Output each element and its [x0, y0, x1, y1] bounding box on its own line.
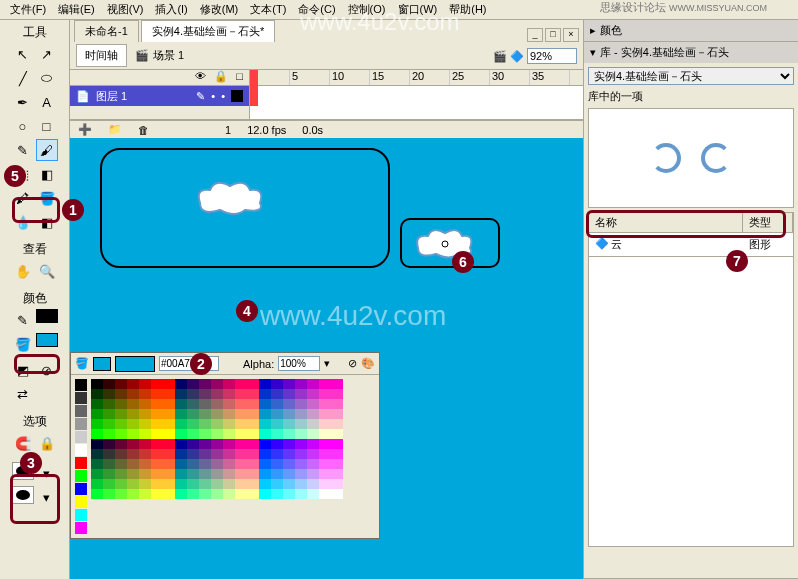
paint-bucket-tool[interactable]: 🪣: [36, 187, 58, 209]
frame-ruler: 1 5 10 15 20 25 30 35: [250, 70, 583, 86]
swap-colors-icon[interactable]: ⇄: [12, 383, 34, 405]
library-preview: [588, 108, 794, 208]
scene-label[interactable]: 场景 1: [153, 48, 184, 63]
brush-size-option[interactable]: [12, 486, 34, 504]
layer-visible-dot[interactable]: •: [211, 90, 215, 102]
oval-tool[interactable]: ○: [12, 115, 34, 137]
tab-doc1[interactable]: 未命名-1: [74, 20, 139, 42]
frames-area[interactable]: 1 5 10 15 20 25 30 35: [250, 70, 583, 119]
edit-symbols-icon[interactable]: 🔷: [510, 50, 524, 62]
alpha-label: Alpha:: [243, 358, 274, 370]
zoom-tool[interactable]: 🔍: [36, 260, 58, 282]
fill-transform-tool[interactable]: ◧: [36, 163, 58, 185]
subselection-tool[interactable]: ↗: [36, 43, 58, 65]
edit-scene-icon[interactable]: 🎬: [493, 50, 507, 62]
type-column-header[interactable]: 类型: [743, 213, 793, 232]
menu-commands[interactable]: 命令(C): [292, 0, 341, 19]
eraser-tool[interactable]: ◧: [36, 211, 58, 233]
brush-tool[interactable]: 🖌: [36, 139, 58, 161]
pen-tool[interactable]: ✒: [12, 91, 34, 113]
cloud-graphic-1: [190, 178, 270, 218]
menu-text[interactable]: 文本(T): [244, 0, 292, 19]
tab-doc2[interactable]: 实例4.基础绘画－石头*: [141, 20, 275, 42]
menu-window[interactable]: 窗口(W): [392, 0, 444, 19]
lock-icon[interactable]: 🔒: [214, 70, 228, 85]
library-panel-title[interactable]: ▾ 库 - 实例4.基础绘画－石头: [584, 42, 798, 63]
name-column-header[interactable]: 名称: [589, 213, 743, 232]
playhead[interactable]: [250, 70, 258, 106]
brush-size-dropdown[interactable]: ▾: [36, 486, 58, 508]
lock-fill-icon[interactable]: 🔒: [36, 432, 58, 454]
menu-modify[interactable]: 修改(M): [194, 0, 245, 19]
stroke-color-icon[interactable]: ✎: [12, 309, 34, 331]
pencil-tool[interactable]: ✎: [12, 139, 34, 161]
blackwhite-icon[interactable]: ◩: [12, 359, 34, 381]
close-button[interactable]: ×: [563, 28, 579, 42]
layer-icon: 📄: [76, 90, 90, 103]
layer-name: 图层 1: [96, 89, 127, 104]
callout-6: 6: [452, 251, 474, 273]
graphic-icon: 🔷: [589, 235, 605, 254]
callout-1: 1: [62, 199, 84, 221]
lasso-tool[interactable]: ⬭: [36, 67, 58, 89]
colors-panel-title[interactable]: ▸ 颜色: [584, 20, 798, 41]
library-table: 名称 类型 🔷 云 图形: [588, 212, 794, 257]
layer-lock-dot[interactable]: •: [221, 90, 225, 102]
minimize-button[interactable]: _: [527, 28, 543, 42]
item-type: 图形: [743, 235, 793, 254]
rectangle-tool[interactable]: □: [36, 115, 58, 137]
nocolor-icon[interactable]: ⊘: [36, 359, 58, 381]
restore-button[interactable]: □: [545, 28, 561, 42]
menu-file[interactable]: 文件(F): [4, 0, 52, 19]
tools-panel: 工具 ↖ ↗ ╱ ⬭ ✒ A ○ □ ✎ 🖌 ⬚ ◧ 🖍 🪣 💧 ◧ 查看 ✋ …: [0, 20, 70, 579]
text-tool[interactable]: A: [36, 91, 58, 113]
line-tool[interactable]: ╱: [12, 67, 34, 89]
outline-icon[interactable]: □: [236, 70, 243, 85]
callout-7: 7: [726, 250, 748, 272]
library-item-row[interactable]: 🔷 云 图形: [589, 233, 793, 256]
menu-view[interactable]: 视图(V): [101, 0, 150, 19]
timeline-button[interactable]: 时间轴: [76, 44, 127, 67]
color-swatches-grid[interactable]: [91, 379, 343, 534]
callout-4: 4: [236, 300, 258, 322]
library-empty-area: [588, 257, 794, 547]
menu-help[interactable]: 帮助(H): [443, 0, 492, 19]
tools-title: 工具: [23, 24, 47, 41]
fill-color-swatch[interactable]: [36, 333, 58, 347]
time-label: 0.0s: [302, 124, 323, 136]
current-color-icon[interactable]: [93, 357, 111, 371]
ink-bottle-tool[interactable]: 🖍: [12, 187, 34, 209]
alpha-input[interactable]: [278, 356, 320, 371]
eyedropper-tool[interactable]: 💧: [12, 211, 34, 233]
hand-tool[interactable]: ✋: [12, 260, 34, 282]
layer-pencil-icon: ✎: [196, 90, 205, 103]
options-section-label: 选项: [23, 413, 47, 430]
add-folder-icon[interactable]: 📁: [108, 123, 122, 136]
nocolor-picker-icon[interactable]: ⊘: [348, 357, 357, 370]
eye-icon[interactable]: 👁: [195, 70, 206, 85]
menu-control[interactable]: 控制(O): [342, 0, 392, 19]
selection-tool[interactable]: ↖: [12, 43, 34, 65]
color-wheel-icon[interactable]: 🎨: [361, 357, 375, 370]
scene-toolbar: 时间轴 🎬 场景 1 🎬 🔷: [70, 42, 583, 70]
layer-color[interactable]: [231, 90, 243, 102]
menu-edit[interactable]: 编辑(E): [52, 0, 101, 19]
delete-layer-icon[interactable]: 🗑: [138, 124, 149, 136]
base-colors-column[interactable]: [75, 379, 87, 534]
view-section-label: 查看: [23, 241, 47, 258]
stroke-color-swatch[interactable]: [36, 309, 58, 323]
timeline-status: ➕ 📁 🗑 1 12.0 fps 0.0s: [70, 120, 583, 138]
magnet-icon[interactable]: 🧲: [12, 432, 34, 454]
menu-insert[interactable]: 插入(I): [149, 0, 193, 19]
colors-section-label: 颜色: [23, 290, 47, 307]
alpha-dropdown-icon[interactable]: ▾: [324, 357, 330, 370]
add-layer-icon[interactable]: ➕: [78, 123, 92, 136]
fill-color-icon[interactable]: 🪣: [12, 333, 34, 355]
callout-2: 2: [190, 353, 212, 375]
color-preview-swatch: [115, 356, 155, 372]
library-select[interactable]: 实例4.基础绘画－石头: [588, 67, 794, 85]
library-item-count: 库中的一项: [588, 89, 794, 104]
layer-row[interactable]: 📄 图层 1 ✎ • •: [70, 86, 249, 106]
side-panels: ▸ 颜色 ▾ 库 - 实例4.基础绘画－石头 实例4.基础绘画－石头 库中的一项…: [583, 20, 798, 579]
zoom-input[interactable]: [527, 48, 577, 64]
